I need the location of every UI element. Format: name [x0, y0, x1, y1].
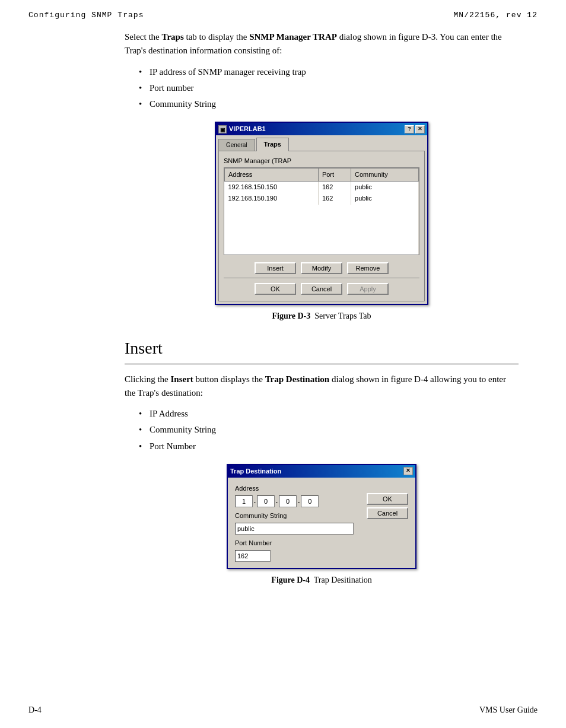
col-address: Address	[225, 169, 319, 182]
dialog-btn-row2: OK Cancel Apply	[224, 281, 419, 296]
community-input[interactable]	[235, 523, 354, 535]
trap-dest-close[interactable]: ✕	[403, 467, 413, 475]
figure-d3-label: Figure D-3	[272, 311, 311, 320]
figure-d3-container: ▣ VIPERLAB1 ? ✕ General Traps SNMP Manag…	[125, 122, 519, 322]
figure-d4-text: Trap Desitination	[314, 576, 372, 584]
tab-content-traps: SNMP Manager (TRAP Address Port Communit…	[218, 151, 425, 301]
bullet-port-num: Port Number	[139, 440, 519, 453]
table-cell: 192.168.150.190	[225, 193, 319, 204]
dialog-bold: SNMP Manager TRAP	[249, 32, 337, 42]
address-seg4[interactable]	[301, 495, 319, 507]
section-rule	[125, 364, 519, 364]
header-right: MN/22156, rev 12	[454, 11, 538, 20]
bullet-ip: IP address of SNMP manager receiving tra…	[139, 65, 519, 79]
header-left: Configuring SNMP Traps	[28, 11, 144, 20]
table-cell: public	[351, 182, 419, 193]
footer-right: VMS User Guide	[479, 705, 538, 715]
table-row: 192.168.150.150162public	[225, 182, 419, 193]
ok-button[interactable]: OK	[255, 283, 296, 295]
address-seg1[interactable]	[235, 495, 253, 507]
bullet-ip-addr: IP Address	[139, 407, 519, 421]
figure-d3-text: Server Traps Tab	[314, 311, 371, 320]
table-cell: 162	[318, 193, 351, 204]
intro-bullet-list: IP address of SNMP manager receiving tra…	[139, 65, 519, 112]
figure-d4-caption: Figure D-4 Trap Desitination	[271, 574, 371, 587]
close-button[interactable]: ✕	[415, 125, 425, 133]
snmp-manager-section: SNMP Manager (TRAP Address Port Communit…	[224, 156, 419, 255]
snmp-section-label: SNMP Manager (TRAP	[224, 156, 419, 166]
figure-d4-label: Figure D-4	[271, 576, 310, 584]
dot2: .	[276, 496, 278, 506]
address-seg2[interactable]	[257, 495, 275, 507]
dialog-titlebar-buttons: ? ✕	[405, 125, 425, 133]
dot1: .	[254, 496, 256, 506]
trap-table-container: Address Port Community 192.168.150.15016…	[224, 167, 419, 255]
intro-paragraph: Select the Traps tab to display the SNMP…	[125, 30, 519, 58]
bullet-community-str: Community String	[139, 423, 519, 437]
apply-button[interactable]: Apply	[347, 283, 389, 295]
insert-paragraph: Clicking the Insert button displays the …	[125, 373, 519, 400]
trap-cancel-button[interactable]: Cancel	[367, 507, 408, 519]
dot3: .	[298, 496, 300, 506]
dialog-titlebar: ▣ VIPERLAB1 ? ✕	[216, 123, 427, 135]
table-row-empty	[225, 230, 419, 238]
table-row-empty	[225, 205, 419, 213]
viperlab1-dialog: ▣ VIPERLAB1 ? ✕ General Traps SNMP Manag…	[215, 122, 428, 304]
table-header-row: Address Port Community	[225, 169, 419, 182]
table-row: 192.168.150.190162public	[225, 193, 419, 204]
main-content: Select the Traps tab to display the SNMP…	[0, 23, 566, 603]
insert-bullet-list: IP Address Community String Port Number	[139, 407, 519, 453]
dialog-icon: ▣	[218, 125, 227, 133]
help-button[interactable]: ?	[405, 125, 414, 133]
dialog-tabs: General Traps	[216, 135, 427, 151]
col-community: Community	[351, 169, 419, 182]
address-row: . . .	[235, 495, 361, 507]
figure-d4-container: Trap Destination ✕ Address . .	[125, 464, 519, 587]
dialog-title-area: ▣ VIPERLAB1	[218, 124, 266, 134]
trap-dest-titlebar: Trap Destination ✕	[228, 465, 415, 478]
community-label: Community String	[235, 511, 361, 521]
trap-ok-button[interactable]: OK	[367, 493, 408, 505]
address-label: Address	[235, 484, 361, 494]
trap-dest-bold: Trap Destination	[265, 374, 329, 384]
tab-traps[interactable]: Traps	[256, 138, 289, 151]
page-header: Configuring SNMP Traps MN/22156, rev 12	[0, 0, 566, 23]
bullet-community: Community String	[139, 97, 519, 111]
traps-bold: Traps	[161, 32, 183, 42]
trap-destination-dialog: Trap Destination ✕ Address . .	[227, 464, 416, 569]
trap-dest-btn-col: OK Cancel	[367, 484, 408, 562]
trap-table: Address Port Community 192.168.150.15016…	[224, 168, 419, 254]
table-row-empty	[225, 238, 419, 246]
table-row-empty	[225, 246, 419, 255]
port-label: Port Number	[235, 538, 361, 548]
dialog-divider	[224, 278, 419, 278]
modify-button[interactable]: Modify	[301, 262, 342, 274]
tab-general[interactable]: General	[218, 139, 255, 151]
table-row-empty	[225, 213, 419, 221]
insert-button[interactable]: Insert	[255, 262, 296, 274]
port-input[interactable]	[235, 550, 271, 562]
table-cell: public	[351, 193, 419, 204]
cancel-button[interactable]: Cancel	[301, 283, 342, 295]
bullet-port: Port number	[139, 81, 519, 95]
dialog-btn-row1: Insert Modify Remove	[224, 260, 419, 275]
address-seg3[interactable]	[279, 495, 297, 507]
page-footer: D-4 VMS User Guide	[0, 701, 566, 720]
address-group: Address . . .	[235, 484, 361, 507]
insert-section-heading: Insert	[125, 335, 519, 361]
table-cell: 192.168.150.150	[225, 182, 319, 193]
port-group: Port Number	[235, 538, 361, 562]
community-group: Community String	[235, 511, 361, 535]
remove-button[interactable]: Remove	[347, 262, 389, 274]
footer-left: D-4	[28, 705, 42, 715]
col-port: Port	[318, 169, 351, 182]
table-row-empty	[225, 221, 419, 230]
trap-dest-fields: Address . . . Community Str	[235, 484, 361, 562]
insert-bold: Insert	[171, 374, 193, 384]
trap-dest-title: Trap Destination	[230, 466, 281, 476]
table-cell: 162	[318, 182, 351, 193]
figure-d3-caption: Figure D-3 Server Traps Tab	[272, 310, 371, 323]
trap-dest-body: Address . . . Community Str	[228, 478, 415, 568]
dialog-title-text: VIPERLAB1	[229, 124, 266, 134]
